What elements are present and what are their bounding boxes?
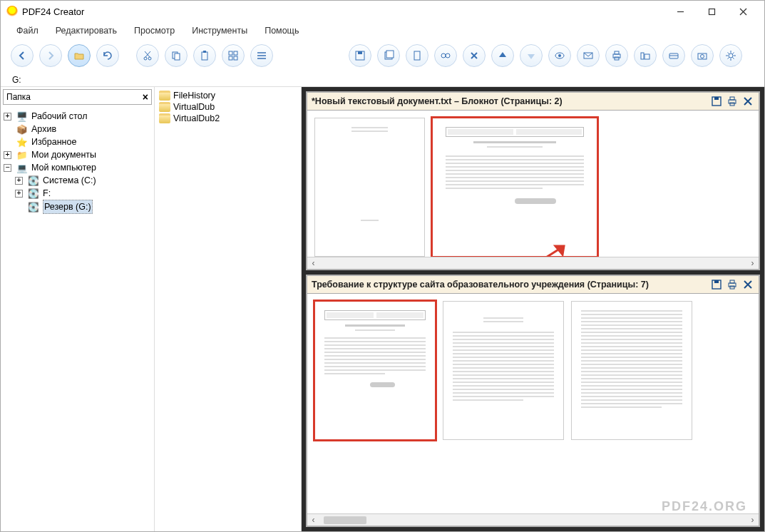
- open-button[interactable]: [68, 44, 91, 67]
- folder-icon: [159, 91, 170, 101]
- paste-button[interactable]: [193, 44, 216, 67]
- tree-item[interactable]: ⭐Избранное: [2, 135, 153, 148]
- horizontal-scrollbar[interactable]: ‹›: [307, 513, 759, 526]
- svg-point-4: [144, 57, 147, 60]
- toolbar: [1, 39, 764, 72]
- tree-item[interactable]: +💽F:: [2, 187, 153, 200]
- svg-rect-10: [229, 51, 232, 55]
- forward-button[interactable]: [39, 44, 62, 67]
- computer-icon: 💻: [16, 162, 28, 173]
- document-header[interactable]: Требование к структуре сайта образовател…: [307, 276, 759, 294]
- document-area: *Новый текстовый документ.txt – Блокнот …: [302, 87, 764, 531]
- menubar: Файл Редактировать Просмотр Инструменты …: [1, 22, 764, 39]
- settings-button[interactable]: [719, 44, 742, 67]
- tree-item[interactable]: +💽Система (C:): [2, 174, 153, 187]
- maximize-button[interactable]: [696, 1, 727, 22]
- link-button[interactable]: [434, 44, 457, 67]
- preview-button[interactable]: [548, 44, 571, 67]
- close-button[interactable]: [727, 1, 759, 22]
- svg-rect-25: [615, 51, 619, 54]
- document-pages[interactable]: [307, 111, 759, 257]
- refresh-button[interactable]: [96, 44, 119, 67]
- document-title: *Новый текстовый документ.txt – Блокнот …: [312, 96, 707, 106]
- move-up-button[interactable]: [491, 44, 514, 67]
- page-thumbnail[interactable]: [314, 301, 436, 440]
- copy-button[interactable]: [165, 44, 188, 67]
- delete-button[interactable]: [463, 44, 486, 67]
- svg-rect-11: [234, 51, 237, 55]
- menu-file[interactable]: Файл: [8, 23, 47, 39]
- svg-point-20: [446, 53, 450, 58]
- tree-item[interactable]: +📁Мои документы: [2, 148, 153, 161]
- menu-tools[interactable]: Инструменты: [183, 23, 256, 39]
- scan-button[interactable]: [662, 44, 685, 67]
- svg-rect-35: [714, 97, 719, 100]
- watermark: PDF24.ORG: [662, 499, 747, 514]
- move-down-button[interactable]: [520, 44, 543, 67]
- menu-view[interactable]: Просмотр: [125, 23, 183, 39]
- svg-rect-8: [202, 52, 207, 60]
- back-button[interactable]: [11, 44, 34, 67]
- doc-save-icon[interactable]: [710, 278, 723, 291]
- svg-rect-15: [358, 51, 362, 54]
- scroll-left-icon[interactable]: ‹: [307, 514, 319, 526]
- folder-tree[interactable]: +🖥️Рабочий стол 📦Архив ⭐Избранное +📁Мои …: [1, 107, 154, 531]
- doc-save-icon[interactable]: [710, 95, 723, 108]
- svg-rect-13: [234, 56, 237, 60]
- folder-close-icon[interactable]: ×: [143, 91, 148, 103]
- svg-point-19: [441, 53, 446, 58]
- save-button[interactable]: [349, 44, 371, 67]
- menu-edit[interactable]: Редактировать: [47, 23, 125, 39]
- document-pages[interactable]: [307, 294, 759, 513]
- tree-item[interactable]: −💻Мой компьютер: [2, 161, 153, 174]
- scrollbar-thumb[interactable]: [324, 516, 366, 524]
- save-all-button[interactable]: [377, 44, 400, 67]
- file-item[interactable]: VirtualDub2: [159, 113, 297, 124]
- document-button[interactable]: [406, 44, 428, 67]
- document-header[interactable]: *Новый текстовый документ.txt – Блокнот …: [307, 93, 759, 111]
- svg-rect-27: [641, 53, 644, 59]
- doc-print-icon[interactable]: [726, 95, 739, 108]
- tree-item[interactable]: 📦Архив: [2, 123, 153, 135]
- menu-help[interactable]: Помощь: [256, 23, 307, 39]
- cut-button[interactable]: [136, 44, 159, 67]
- folder-tree-panel: Папка × +🖥️Рабочий стол 📦Архив ⭐Избранно…: [1, 87, 155, 531]
- svg-rect-18: [414, 51, 420, 60]
- doc-print-icon[interactable]: [726, 278, 739, 291]
- doc-close-icon[interactable]: [741, 95, 754, 108]
- archive-icon: 📦: [16, 123, 28, 135]
- svg-rect-42: [714, 280, 719, 283]
- grid-view-button[interactable]: [222, 44, 245, 67]
- tree-item[interactable]: +🖥️Рабочий стол: [2, 110, 153, 123]
- drive-icon: 💽: [28, 201, 39, 213]
- drive-icon: 💽: [28, 175, 39, 186]
- file-item[interactable]: VirtualDub: [159, 101, 297, 113]
- page-thumbnail[interactable]: [443, 301, 564, 440]
- page-thumbnail[interactable]: [432, 118, 597, 257]
- svg-point-22: [558, 54, 561, 57]
- mail-button[interactable]: [577, 44, 600, 67]
- doc-close-icon[interactable]: [741, 278, 754, 291]
- page-thumbnail[interactable]: [571, 301, 692, 440]
- svg-rect-12: [229, 56, 232, 60]
- svg-rect-17: [386, 51, 394, 58]
- document-title: Требование к структуре сайта образовател…: [312, 280, 707, 290]
- list-view-button[interactable]: [250, 44, 273, 67]
- print-button[interactable]: [605, 44, 628, 67]
- scroll-left-icon[interactable]: ‹: [307, 257, 319, 270]
- page-thumbnail[interactable]: [314, 118, 425, 257]
- minimize-button[interactable]: [664, 1, 696, 22]
- folder-combobox[interactable]: Папка ×: [3, 89, 152, 105]
- fax-button[interactable]: [634, 44, 657, 67]
- svg-point-33: [729, 53, 733, 58]
- location-bar: G:: [1, 72, 764, 86]
- drive-icon: 💽: [28, 188, 39, 199]
- titlebar: PDF24 Creator: [1, 1, 764, 22]
- scroll-right-icon[interactable]: ›: [746, 257, 759, 270]
- file-list-panel: FileHistory VirtualDub VirtualDub2: [155, 87, 302, 531]
- capture-button[interactable]: [691, 44, 714, 67]
- tree-item[interactable]: 💽Резерв (G:): [2, 200, 153, 214]
- scroll-right-icon[interactable]: ›: [746, 514, 759, 526]
- file-item[interactable]: FileHistory: [159, 90, 297, 101]
- horizontal-scrollbar[interactable]: ‹›: [307, 257, 759, 269]
